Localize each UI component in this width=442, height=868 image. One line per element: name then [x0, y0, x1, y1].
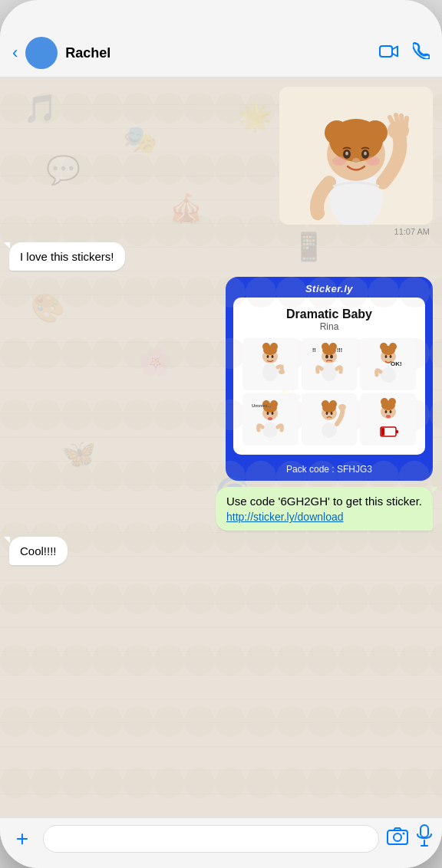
message-input[interactable]	[43, 825, 379, 853]
svg-line-28	[282, 366, 282, 370]
camera-icon[interactable]	[387, 827, 408, 850]
chat-body: 🎵 🎭 🌟 💬 🎪 📱 🎨 🌸 ⭐ 🦋 🌀	[0, 77, 442, 817]
svg-point-50	[267, 412, 269, 415]
svg-point-66	[381, 401, 395, 410]
sticker-cell-5	[302, 393, 358, 446]
outgoing-code-message: Use code '6GH2GH' to get this sticker. h…	[216, 487, 433, 531]
svg-point-61	[322, 422, 337, 438]
sticker-pack-card: Sticker.ly Dramatic Baby Rina	[226, 277, 433, 481]
avatar	[25, 37, 58, 69]
svg-point-33	[325, 355, 328, 359]
svg-text:!!: !!	[312, 347, 316, 353]
incoming-message-1-text: I love this stickers!	[20, 250, 114, 263]
svg-point-24	[267, 355, 269, 358]
svg-point-54	[262, 422, 278, 438]
pack-title-line1: Dramatic Baby	[242, 307, 416, 321]
svg-point-41	[381, 346, 395, 355]
chat-header: ‹ Rachel	[0, 31, 442, 77]
svg-line-18	[401, 116, 402, 123]
svg-point-59	[325, 412, 328, 415]
sticker-pack-code: Pack code : SFHJG3	[226, 461, 433, 481]
svg-point-75	[394, 833, 401, 841]
video-call-icon[interactable]	[379, 43, 399, 63]
svg-point-23	[263, 346, 277, 355]
sticker-cell-4: Ummm...	[242, 393, 299, 446]
svg-point-42	[384, 355, 387, 358]
svg-line-16	[390, 117, 393, 123]
sticker-timestamp: 11:07 AM	[279, 227, 433, 236]
add-button[interactable]: +	[9, 826, 35, 852]
svg-point-68	[389, 410, 391, 413]
svg-text:Ummm...: Ummm...	[252, 403, 272, 408]
phone-call-icon[interactable]	[413, 42, 430, 64]
svg-point-14	[366, 156, 380, 166]
sticker-cell-3: OK!	[360, 338, 416, 390]
svg-point-51	[272, 412, 274, 415]
sticker-cell-2: !! !!!	[302, 338, 358, 390]
svg-rect-0	[380, 46, 392, 57]
incoming-message-2: Cool!!!!	[9, 537, 68, 565]
svg-point-60	[330, 412, 332, 415]
svg-point-13	[332, 156, 346, 166]
svg-point-37	[322, 363, 337, 381]
svg-point-67	[384, 410, 387, 413]
svg-line-19	[406, 118, 407, 125]
incoming-message-1: I love this stickers!	[9, 242, 125, 271]
svg-point-12	[352, 158, 360, 163]
sticker-pack-brand: Sticker.ly	[226, 277, 433, 298]
svg-rect-77	[421, 825, 428, 837]
svg-point-26	[262, 363, 278, 381]
svg-text:OK!: OK!	[391, 360, 402, 367]
microphone-icon[interactable]	[416, 824, 433, 853]
sticker-grid: !! !!!	[242, 338, 416, 446]
sticker-pack-inner: Dramatic Baby Rina	[233, 298, 425, 455]
svg-point-76	[403, 832, 405, 834]
header-icons	[379, 42, 430, 64]
incoming-message-2-text: Cool!!!!	[20, 544, 57, 557]
sticker-cell-6	[360, 393, 416, 446]
svg-point-11	[364, 152, 367, 156]
input-bar: +	[0, 817, 442, 868]
svg-point-43	[389, 355, 391, 358]
sticker-image	[279, 87, 433, 225]
svg-text:!!!: !!!	[337, 347, 342, 353]
contact-name: Rachel	[65, 45, 371, 61]
svg-line-17	[396, 115, 397, 122]
svg-rect-71	[396, 430, 398, 433]
sticker-download-link[interactable]: http://sticker.ly/download	[226, 511, 422, 523]
status-bar	[0, 0, 442, 31]
svg-rect-74	[388, 830, 407, 844]
pack-title-line2: Rina	[242, 321, 416, 332]
sticker-cell-1	[242, 338, 299, 390]
back-button[interactable]: ‹	[12, 44, 18, 61]
svg-point-10	[345, 152, 348, 156]
svg-point-69	[386, 415, 391, 418]
svg-point-45	[381, 367, 396, 383]
svg-point-25	[272, 355, 274, 358]
svg-point-58	[322, 403, 336, 413]
svg-point-52	[268, 417, 272, 420]
outgoing-code-text: Use code '6GH2GH' to get this sticker.	[226, 495, 422, 508]
svg-point-34	[330, 355, 333, 359]
svg-point-7	[329, 119, 383, 162]
svg-point-32	[322, 346, 336, 355]
outgoing-sticker-message: 11:07 AM	[279, 87, 433, 236]
phone-frame: ‹ Rachel 🎵 🎭 🌟	[0, 0, 442, 868]
svg-point-62	[338, 404, 346, 410]
